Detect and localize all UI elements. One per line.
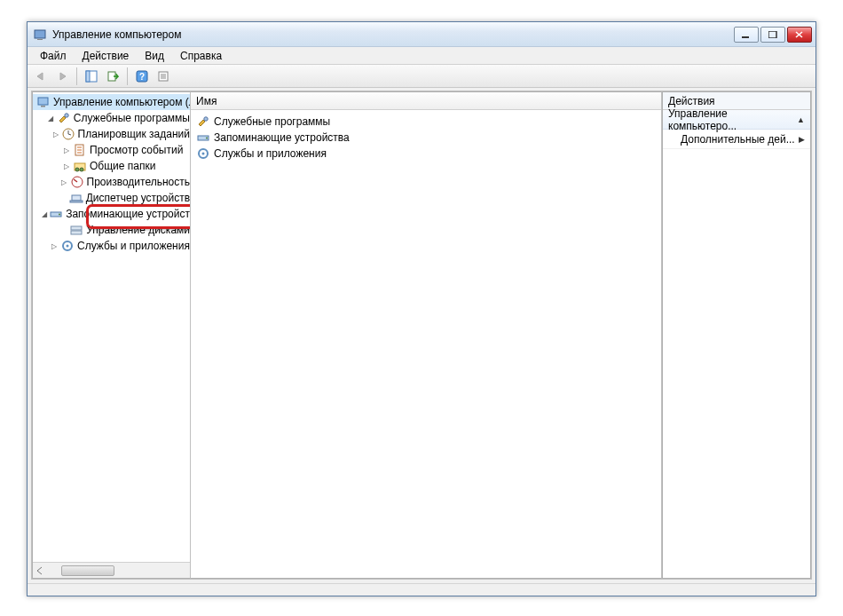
- toolbar-separator: [127, 67, 128, 85]
- tree-item-scheduler[interactable]: ▷ Планировщик заданий: [33, 126, 190, 142]
- app-icon: [33, 28, 47, 42]
- horizontal-scrollbar[interactable]: [33, 562, 190, 578]
- tree-root[interactable]: Управление компьютером (л: [33, 94, 190, 110]
- maximize-button[interactable]: [760, 27, 785, 43]
- tree-label: Диспетчер устройств: [86, 192, 190, 204]
- close-button[interactable]: [787, 27, 812, 43]
- list-item[interactable]: Служебные программы: [191, 114, 661, 130]
- content-area: Управление компьютером (л ◢ Служебные пр…: [31, 91, 812, 580]
- nav-forward-button[interactable]: [52, 67, 72, 86]
- action-group[interactable]: Управление компьютеро... ▲: [663, 110, 810, 130]
- svg-point-42: [202, 153, 205, 155]
- svg-rect-30: [72, 195, 81, 201]
- properties-button[interactable]: [154, 67, 173, 86]
- spacer: [59, 225, 67, 235]
- app-window: Управление компьютером Файл Действие Вид…: [27, 21, 816, 596]
- svg-text:?: ?: [139, 72, 145, 82]
- collapse-icon[interactable]: ▲: [797, 115, 805, 124]
- tools-icon: [57, 111, 71, 125]
- tree-label: Служебные программы: [74, 112, 190, 124]
- spacer: [59, 193, 67, 203]
- tree-label: Общие папки: [90, 160, 155, 172]
- list-item[interactable]: Службы и приложения: [191, 146, 661, 162]
- expander-icon[interactable]: ▷: [61, 146, 71, 155]
- svg-point-33: [59, 214, 60, 216]
- actions-panel: Действия Управление компьютеро... ▲ Допо…: [662, 91, 811, 579]
- tree-item-devicemgr[interactable]: Диспетчер устройств: [33, 190, 190, 206]
- nav-back-button[interactable]: [31, 67, 51, 86]
- tree-label: Управление дисками: [86, 224, 190, 236]
- tree[interactable]: Управление компьютером (л ◢ Служебные пр…: [33, 92, 190, 578]
- expander-icon[interactable]: ▷: [61, 162, 71, 171]
- tree-item-performance[interactable]: ▷ Производительность: [33, 174, 190, 190]
- menu-action[interactable]: Действие: [75, 49, 137, 63]
- event-icon: [73, 143, 87, 157]
- svg-point-17: [65, 114, 68, 117]
- status-strip: [28, 583, 815, 596]
- tree-panel: Управление компьютером (л ◢ Служебные пр…: [32, 91, 190, 579]
- list-panel: Имя Служебные программы Запоминающие уст…: [190, 91, 662, 579]
- shared-folder-icon: [73, 159, 87, 173]
- svg-rect-16: [41, 106, 45, 107]
- svg-rect-2: [742, 36, 749, 38]
- tree-item-eventviewer[interactable]: ▷ Просмотр событий: [33, 142, 190, 158]
- expander-icon[interactable]: ▷: [52, 130, 59, 139]
- actions-header-label: Действия: [668, 95, 715, 107]
- expander-icon[interactable]: ◢: [42, 209, 47, 219]
- expander-icon[interactable]: ▷: [59, 178, 68, 187]
- actions-body: Управление компьютеро... ▲ Дополнительны…: [663, 110, 810, 578]
- svg-rect-7: [86, 71, 90, 82]
- disk-icon: [69, 223, 83, 237]
- svg-point-37: [67, 245, 69, 248]
- tree-group-storage[interactable]: ◢ Запоминающие устройст: [33, 206, 190, 222]
- chevron-right-icon: ▶: [799, 135, 805, 144]
- menu-view[interactable]: Вид: [138, 49, 171, 63]
- column-header-name[interactable]: Имя: [191, 92, 661, 110]
- menu-file[interactable]: Файл: [33, 49, 74, 63]
- show-hide-tree-button[interactable]: [82, 67, 101, 86]
- scroll-left-icon[interactable]: [35, 565, 45, 576]
- svg-rect-35: [71, 231, 82, 234]
- tree-label: Службы и приложения: [77, 240, 190, 252]
- column-header-label: Имя: [196, 95, 217, 107]
- svg-rect-0: [35, 30, 45, 38]
- action-group-label: Управление компьютеро...: [668, 107, 797, 132]
- svg-rect-3: [768, 31, 776, 38]
- export-list-button[interactable]: [103, 67, 122, 86]
- tree-group-utilities[interactable]: ◢ Служебные программы: [33, 110, 190, 126]
- minimize-button[interactable]: [734, 27, 759, 43]
- list-item-label: Службы и приложения: [214, 147, 327, 160]
- perf-icon: [70, 175, 84, 189]
- svg-point-27: [80, 168, 83, 171]
- toolbar-separator: [76, 67, 77, 85]
- toolbar: ?: [28, 65, 815, 88]
- svg-rect-15: [38, 98, 48, 105]
- action-item-more[interactable]: Дополнительные дей... ▶: [663, 130, 810, 149]
- svg-point-38: [204, 117, 208, 121]
- scrollbar-thumb[interactable]: [61, 565, 114, 576]
- action-item-label: Дополнительные дей...: [681, 133, 795, 146]
- menu-help[interactable]: Справка: [173, 49, 229, 63]
- storage-icon: [49, 207, 63, 221]
- expander-icon[interactable]: ◢: [47, 114, 55, 123]
- expander-icon[interactable]: ▷: [49, 241, 59, 251]
- tree-label: Производительность: [87, 176, 190, 188]
- titlebar[interactable]: Управление компьютером: [28, 22, 815, 47]
- svg-rect-34: [71, 226, 82, 230]
- list-view[interactable]: Служебные программы Запоминающие устройс…: [191, 110, 661, 165]
- tree-item-sharedfolders[interactable]: ▷ Общие папки: [33, 158, 190, 174]
- window-buttons: [734, 27, 812, 43]
- tools-icon: [196, 115, 210, 129]
- svg-point-40: [206, 138, 208, 139]
- list-item[interactable]: Запоминающие устройства: [191, 130, 661, 146]
- help-button[interactable]: ?: [132, 67, 152, 86]
- storage-icon: [196, 130, 210, 145]
- svg-rect-31: [70, 201, 83, 202]
- window-title: Управление компьютером: [52, 28, 734, 41]
- computer-icon: [36, 95, 51, 109]
- tree-root-label: Управление компьютером (л: [53, 96, 190, 108]
- tree-group-services[interactable]: ▷ Службы и приложения: [33, 238, 190, 254]
- list-item-label: Запоминающие устройства: [214, 131, 350, 144]
- list-item-label: Служебные программы: [214, 115, 330, 128]
- tree-item-diskmgmt[interactable]: Управление дисками: [33, 222, 190, 238]
